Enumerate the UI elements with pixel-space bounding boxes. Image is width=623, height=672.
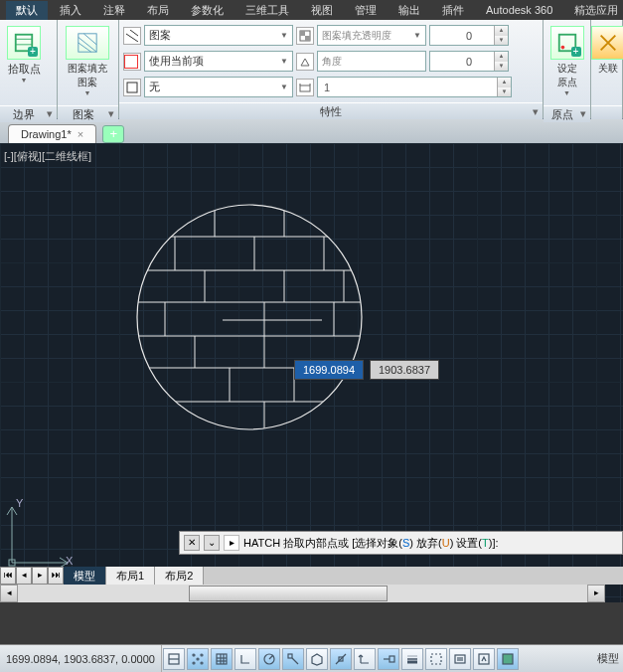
status-sc[interactable] <box>473 648 495 670</box>
panel-title-origin: 原点▾ <box>544 105 590 122</box>
svg-point-48 <box>193 654 195 656</box>
scroll-left-icon[interactable]: ◂ <box>0 585 18 602</box>
command-line[interactable]: ✕ ⌄ ▸ HATCH 拾取内部点或 [选择对象(S) 放弃(U) 设置(T)]… <box>179 531 623 555</box>
svg-rect-68 <box>431 654 441 664</box>
color-dropdown[interactable]: 使用当前项▼ <box>144 51 293 72</box>
panel-expand-icon[interactable]: ▾ <box>108 107 114 120</box>
tab-output[interactable]: 输出 <box>389 1 430 20</box>
angle-icon[interactable] <box>296 53 314 71</box>
drawing-canvas[interactable]: [-][俯视][二维线框] 1699.0894 1903.6837 Y X <box>0 143 623 602</box>
angle-value[interactable]: 0▲▼ <box>429 51 509 72</box>
hatch-pattern-icon <box>66 26 109 60</box>
panel-title-properties: 特性▾ <box>119 102 543 119</box>
svg-rect-72 <box>479 654 489 664</box>
panel-title-boundary: 边界▾ <box>0 105 57 122</box>
angle-label: 角度 <box>317 51 426 72</box>
origin-icon: + <box>550 26 584 60</box>
cmd-prompt-icon: ▸ <box>224 535 239 551</box>
status-model-button[interactable] <box>497 648 519 670</box>
transparency-icon[interactable] <box>296 27 314 45</box>
transparency-value[interactable]: 0▲▼ <box>429 25 509 46</box>
pattern-dropdown[interactable]: 图案▼ <box>144 25 293 46</box>
scroll-right-icon[interactable]: ▸ <box>587 585 605 602</box>
svg-rect-12 <box>127 83 137 92</box>
status-qp[interactable] <box>449 648 471 670</box>
svg-rect-11 <box>305 36 310 41</box>
status-ortho[interactable] <box>234 648 256 670</box>
document-tab[interactable]: Drawing1* × <box>8 124 96 143</box>
layout-nav-prev[interactable]: ◂ <box>16 567 32 585</box>
status-ducs[interactable] <box>354 648 376 670</box>
scroll-thumb[interactable] <box>189 586 388 601</box>
status-grid[interactable] <box>211 648 233 670</box>
dropdown-arrow-icon: ▼ <box>84 89 91 96</box>
associative-button[interactable]: 关联 <box>595 24 621 101</box>
color-icon[interactable] <box>123 53 141 71</box>
dynamic-input-x[interactable]: 1699.0894 <box>294 360 364 380</box>
new-tab-button[interactable]: + <box>102 125 124 143</box>
drawing-content <box>135 203 364 431</box>
status-space-label[interactable]: 模型 <box>597 651 623 666</box>
bgcolor-dropdown[interactable]: 无▼ <box>144 77 293 97</box>
svg-point-50 <box>193 662 195 664</box>
associative-icon <box>591 26 623 60</box>
tab-plugins[interactable]: 插件 <box>432 1 474 20</box>
dropdown-arrow-icon: ▼ <box>21 77 28 84</box>
tab-layout[interactable]: 布局 <box>137 1 179 20</box>
layout-tab-1[interactable]: 布局1 <box>106 567 155 585</box>
scale-icon[interactable] <box>296 79 314 96</box>
hatch-type-icon[interactable] <box>123 27 141 45</box>
ribbon-tabs: 默认 插入 注释 布局 参数化 三维工具 视图 管理 输出 插件 Autodes… <box>0 0 623 20</box>
svg-line-61 <box>336 654 346 664</box>
hatch-pattern-sub: 图案 <box>78 76 97 89</box>
tab-manage[interactable]: 管理 <box>345 1 387 20</box>
ucs-icon[interactable]: Y X <box>4 499 76 573</box>
svg-rect-59 <box>288 654 292 658</box>
set-origin-button[interactable]: + 设定 原点 ▼ <box>547 24 586 101</box>
svg-point-47 <box>197 658 199 660</box>
layout-tab-model[interactable]: 模型 <box>64 567 106 585</box>
pick-points-button[interactable]: + 拾取点 ▼ <box>4 24 44 101</box>
layout-tab-2[interactable]: 布局2 <box>155 567 204 585</box>
status-coordinates[interactable]: 1699.0894, 1903.6837, 0.0000 <box>0 645 162 672</box>
layout-nav-first[interactable]: ⏮ <box>0 567 16 585</box>
svg-rect-52 <box>217 654 227 664</box>
tab-insert[interactable]: 插入 <box>50 1 91 20</box>
svg-rect-64 <box>389 656 394 662</box>
layout-nav-last[interactable]: ⏭ <box>48 567 64 585</box>
panel-expand-icon[interactable]: ▾ <box>47 107 53 120</box>
dynamic-input-y: 1903.6837 <box>370 360 439 380</box>
tab-view[interactable]: 视图 <box>301 1 343 20</box>
tab-featured[interactable]: 精选应用 <box>564 1 623 20</box>
dynamic-input: 1699.0894 1903.6837 <box>294 360 439 380</box>
status-tpy[interactable] <box>425 648 447 670</box>
horizontal-scrollbar[interactable]: ◂ ▸ <box>0 585 605 602</box>
status-polar[interactable] <box>258 648 280 670</box>
bgcolor-icon[interactable] <box>123 79 141 96</box>
status-infer[interactable] <box>163 648 185 670</box>
svg-point-49 <box>201 662 203 664</box>
hatch-pattern-button[interactable]: 图案填充 图案 ▼ <box>62 24 113 101</box>
tab-default[interactable]: 默认 <box>6 1 48 20</box>
status-snap[interactable] <box>187 648 209 670</box>
tab-3dtools[interactable]: 三维工具 <box>235 1 299 20</box>
status-lwt[interactable] <box>401 648 423 670</box>
tab-annotate[interactable]: 注释 <box>93 1 135 20</box>
tab-a360[interactable]: Autodesk 360 <box>476 2 562 18</box>
status-osnap[interactable] <box>282 648 304 670</box>
hatch-pattern-label: 图案填充 <box>68 62 107 76</box>
transparency-dropdown[interactable]: 图案填充透明度▼ <box>317 25 426 46</box>
layout-nav-next[interactable]: ▸ <box>32 567 48 585</box>
status-dyn[interactable] <box>378 648 399 670</box>
close-tab-icon[interactable]: × <box>78 128 83 140</box>
cmd-options-icon[interactable]: ⌄ <box>204 535 220 551</box>
status-otrack[interactable] <box>330 648 352 670</box>
view-controls[interactable]: [-][俯视][二维线框] <box>4 149 91 164</box>
status-bar: 1699.0894, 1903.6837, 0.0000 模型 <box>0 644 623 672</box>
scale-value[interactable]: 1▲▼ <box>317 77 512 97</box>
cmd-close-icon[interactable]: ✕ <box>184 535 200 551</box>
pick-points-icon: + <box>7 26 41 60</box>
document-name: Drawing1* <box>21 128 72 140</box>
tab-parametric[interactable]: 参数化 <box>181 1 234 20</box>
status-3dosnap[interactable] <box>306 648 328 670</box>
